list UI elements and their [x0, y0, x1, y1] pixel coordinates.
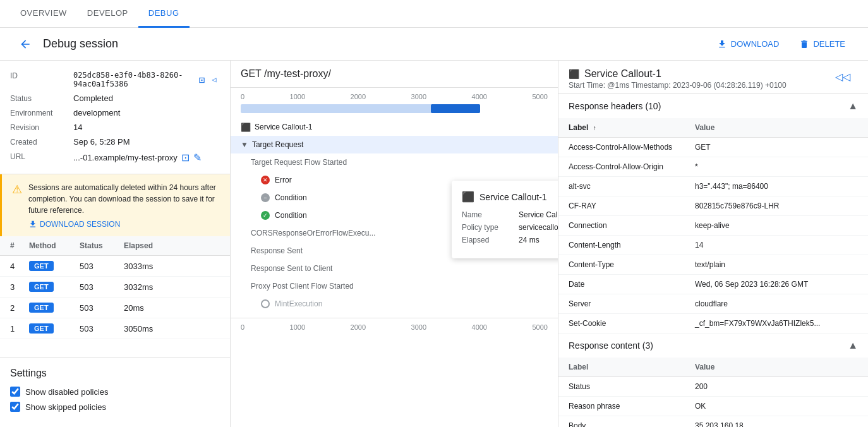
table-rows: 4 GET 503 3033ms 3 GET 503 3032ms 2 GET …	[0, 256, 230, 339]
response-content-section: Response content (3) ▲ Label Value Statu…	[558, 334, 868, 427]
header-row: Server cloudflare	[558, 294, 868, 314]
id-row: ID 025dc858-e3f0-4b83-8260-94ac0a1f5386 …	[10, 71, 220, 88]
alert-icon: ⚠	[12, 183, 22, 229]
row-elapsed: 3033ms	[124, 262, 220, 271]
status-label: Status	[10, 93, 73, 103]
popup-policy-value: servicecallout	[519, 223, 558, 232]
response-headers-toggle[interactable]: Response headers (10) ▲	[558, 94, 868, 118]
download-button[interactable]: DOWNLOAD	[709, 35, 787, 53]
table-row[interactable]: 2 GET 503 20ms	[0, 298, 230, 318]
scale-labels: 0 1000 2000 3000 4000 5000	[241, 93, 548, 103]
environment-row: Environment development	[10, 108, 220, 117]
response-content-chevron[interactable]: ▲	[848, 340, 858, 351]
condition-green-dot: ✓	[261, 211, 270, 220]
method-badge: GET	[29, 303, 54, 313]
mint-label: MintExecution	[275, 299, 322, 308]
condition-gray-label: Condition	[275, 193, 307, 202]
flow-started-row: Target Request Flow Started	[231, 153, 558, 171]
row-method: GET	[29, 303, 80, 313]
row-status: 503	[80, 262, 124, 271]
center-header: GET /my-test-proxy/	[231, 61, 558, 88]
created-label: Created	[10, 137, 73, 147]
collapse-icon[interactable]: ◁	[208, 72, 220, 87]
info-section: ID 025dc858-e3f0-4b83-8260-94ac0a1f5386 …	[0, 61, 230, 174]
response-content-toggle[interactable]: Response content (3) ▲	[558, 334, 868, 358]
response-headers-section: Response headers (10) ▲ Label ↑ Value Ac…	[558, 94, 868, 334]
tab-overview[interactable]: OVERVIEW	[10, 0, 77, 28]
alert-box: ⚠ Sessions are automatically deleted wit…	[0, 174, 230, 236]
right-panel-info: ⬛ Service Callout-1 Start Time: @1ms Tim…	[569, 68, 787, 90]
popup-header: ⬛ Service Callout-1	[462, 191, 558, 203]
copy-icon[interactable]: ⊡	[199, 74, 205, 86]
checkbox-1[interactable]	[10, 402, 20, 412]
url-value: ...-01.example/my-test-proxy ⊡ ✎	[73, 152, 202, 164]
flow-started-label: Target Request Flow Started	[251, 158, 347, 167]
header-row: Content-Length 14	[558, 236, 868, 255]
service-callout-icon: ⬛	[241, 123, 251, 132]
header-label: Access-Control-Allow-Methods	[558, 138, 685, 157]
headers-col-value[interactable]: Value	[685, 118, 868, 138]
header-row: Date Wed, 06 Sep 2023 16:28:26 GMT	[558, 275, 868, 294]
content-col-label[interactable]: Label	[558, 358, 685, 377]
service-callout-label: Service Callout-1	[255, 123, 312, 131]
service-callout-row[interactable]: ⬛ Service Callout-1	[231, 118, 558, 136]
col-header-elapsed: Elapsed	[124, 241, 220, 250]
header-label: Content-Type	[558, 255, 685, 275]
url-edit-icon[interactable]: ✎	[193, 152, 202, 164]
content-label: Status	[558, 377, 685, 397]
expand-arrow-down[interactable]: ▼	[241, 140, 248, 149]
gantt-bar-row	[241, 103, 548, 114]
response-headers-chevron[interactable]: ▲	[848, 100, 858, 112]
table-row[interactable]: 4 GET 503 3033ms	[0, 256, 230, 277]
content-col-value[interactable]: Value	[685, 358, 868, 377]
row-num: 3	[10, 282, 29, 292]
content-label: Reason phrase	[558, 397, 685, 416]
checkbox-label-0: Show disabled policies	[25, 387, 109, 397]
header-row: Content-Type text/plain	[558, 255, 868, 275]
response-sent-label: Response Sent	[251, 246, 303, 255]
header-value: cloudflare	[685, 294, 868, 314]
sort-icon: ↑	[593, 124, 596, 131]
url-label: URL	[10, 152, 73, 161]
row-method: GET	[29, 323, 80, 334]
row-status: 503	[80, 303, 124, 313]
delete-button[interactable]: DELETE	[792, 35, 853, 53]
back-button[interactable]	[15, 34, 35, 54]
popup-icon: ⬛	[462, 191, 474, 203]
center-title: GET /my-test-proxy/	[241, 68, 548, 80]
checkbox-0[interactable]	[10, 387, 20, 397]
tab-develop[interactable]: DEVELOP	[77, 0, 138, 28]
status-value: Completed	[73, 93, 113, 103]
right-panel-title: ⬛ Service Callout-1	[569, 68, 787, 80]
col-header-num: #	[10, 241, 29, 250]
headers-col-label[interactable]: Label ↑	[558, 118, 685, 138]
col-header-status: Status	[80, 241, 124, 250]
header-label: alt-svc	[558, 177, 685, 196]
target-request-label: Target Request	[252, 140, 303, 149]
created-value: Sep 6, 5:28 PM	[73, 137, 130, 147]
download-session-link[interactable]: DOWNLOAD SESSION	[28, 220, 220, 229]
id-value: 025dc858-e3f0-4b83-8260-94ac0a1f5386 ⊡ ◁	[73, 71, 220, 88]
table-row[interactable]: 1 GET 503 3050ms	[0, 318, 230, 339]
popup-name-label: Name	[462, 210, 519, 219]
header-value: 14	[685, 236, 868, 255]
popup-card: ⬛ Service Callout-1 Name Service Callout…	[452, 181, 558, 258]
target-request-row[interactable]: ▼ Target Request	[231, 136, 558, 153]
header-row: alt-svc h3=".443"; ma=86400	[558, 177, 868, 196]
mint-execution-row[interactable]: MintExecution	[231, 295, 558, 313]
timeline-scale: 0 1000 2000 3000 4000 5000	[231, 88, 558, 114]
url-copy-icon[interactable]: ⊡	[181, 152, 190, 164]
center-panel: GET /my-test-proxy/ 0 1000 2000 3000 400…	[231, 61, 558, 427]
popup-name-value: Service Callout-1	[519, 210, 558, 219]
header-row: Access-Control-Allow-Methods GET	[558, 138, 868, 157]
content-row: Status 200	[558, 377, 868, 397]
row-num: 1	[10, 324, 29, 334]
header-label: Server	[558, 294, 685, 314]
left-panel: ID 025dc858-e3f0-4b83-8260-94ac0a1f5386 …	[0, 61, 231, 427]
table-row[interactable]: 3 GET 503 3032ms	[0, 277, 230, 298]
row-method: GET	[29, 282, 80, 292]
cors-label: CORSResponseOrErrorFlowExecu...	[251, 229, 375, 238]
nav-prev-icon[interactable]: ◁◁	[833, 68, 853, 85]
revision-value: 14	[73, 123, 82, 132]
tab-debug[interactable]: DEBUG	[138, 0, 190, 28]
